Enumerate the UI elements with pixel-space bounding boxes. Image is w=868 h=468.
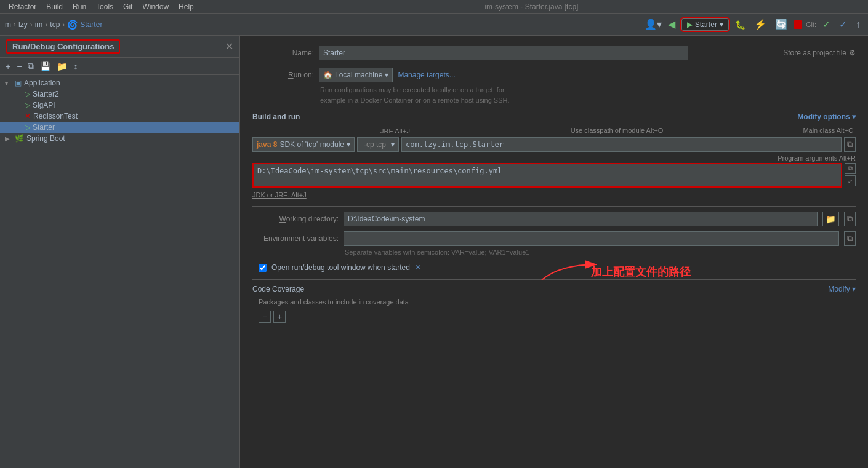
menu-tools[interactable]: Tools xyxy=(91,2,118,11)
minus-coverage-button[interactable]: − xyxy=(259,311,271,323)
tree-item-application[interactable]: ▾ ▣ Application xyxy=(0,77,239,89)
jre-hint-label: JRE Alt+J xyxy=(378,126,412,136)
store-settings-icon[interactable]: ⚙ xyxy=(849,49,856,57)
tree-label-starter: Starter xyxy=(33,123,55,132)
tree-arrow-springboot: ▶ xyxy=(5,135,12,142)
run-on-dropdown[interactable]: 🏠 Local machine ▾ xyxy=(319,68,393,82)
breadcrumb-sep3: › xyxy=(45,20,47,29)
browse-dir-button[interactable]: 📁 xyxy=(822,212,839,226)
back-button[interactable]: ◀ xyxy=(665,17,678,31)
env-input[interactable] xyxy=(344,231,839,246)
coverage-button[interactable]: ⚡ xyxy=(752,17,769,31)
window-title: im-system - Starter.java [tcp] xyxy=(199,2,864,11)
main-class-label: Main class Alt+C xyxy=(800,125,856,135)
breadcrumb-tcp: tcp xyxy=(50,20,60,29)
remove-config-button[interactable]: − xyxy=(15,61,23,72)
program-args-row: ⧉ ⤢ xyxy=(252,163,856,188)
copy-main-class-button[interactable]: ⧉ xyxy=(844,137,856,152)
packages-row: Packages and classes to include in cover… xyxy=(259,298,856,306)
tree-label-application: Application xyxy=(24,79,60,87)
args-btn-group: ⧉ ⤢ xyxy=(845,163,856,186)
tree-label-redissontest: RedissonTest xyxy=(33,112,78,121)
copy-dir-button[interactable]: ⧉ xyxy=(844,212,856,226)
coverage-title-row: Code Coverage Modify ▾ xyxy=(252,285,856,293)
run-on-value: Local machine xyxy=(335,71,382,79)
working-dir-input[interactable] xyxy=(344,212,818,226)
name-input[interactable] xyxy=(319,46,688,60)
menu-run[interactable]: Run xyxy=(68,2,91,11)
tree-item-redissontest[interactable]: ✕ RedissonTest xyxy=(0,111,239,122)
tree-item-starter[interactable]: ▷ Starter xyxy=(0,122,239,133)
menu-bar: Refactor Build Run Tools Git Window Help… xyxy=(0,0,868,14)
env-hint: Separate variables with semicolon: VAR=v… xyxy=(345,248,856,256)
breadcrumb-starter[interactable]: Starter xyxy=(80,20,102,29)
main-class-input[interactable] xyxy=(401,137,842,152)
application-icon: ▣ xyxy=(15,79,22,87)
menu-git[interactable]: Git xyxy=(118,2,137,11)
run-config-icon: ▶ xyxy=(687,20,693,29)
program-args-input[interactable] xyxy=(252,163,842,188)
git-checkmark1[interactable]: ✓ xyxy=(820,17,833,31)
save-config-button[interactable]: 💾 xyxy=(38,61,52,72)
section-divider-1 xyxy=(252,206,856,207)
main-layout: Run/Debug Configurations ✕ + − ⧉ 💾 📁 ↕ ▾… xyxy=(0,36,868,468)
breadcrumb-lzy: lzy xyxy=(18,20,28,29)
tree-container: ▾ ▣ Application ▷ Starter2 ▷ SigAPI ✕ Re… xyxy=(0,75,239,468)
coverage-label: Code Coverage xyxy=(252,285,304,293)
config-panel: Name: Store as project file ⚙ Run on: 🏠 … xyxy=(240,36,868,468)
modify-coverage-link[interactable]: Modify ▾ xyxy=(828,285,856,293)
expand-args-button[interactable]: ⤢ xyxy=(845,175,856,186)
menu-build[interactable]: Build xyxy=(41,2,68,11)
run-config-button[interactable]: ▶ Starter ▾ xyxy=(681,18,729,31)
cp-dropdown[interactable]: -cp tcp ▾ xyxy=(357,137,399,152)
hint-text: Run configurations may be executed local… xyxy=(320,85,856,105)
sdk-dropdown[interactable]: java 8 SDK of 'tcp' module ▾ xyxy=(252,137,355,152)
profile-button[interactable]: 🔄 xyxy=(773,17,790,31)
folder-config-button[interactable]: 📁 xyxy=(55,61,69,72)
run-on-label: Run on: xyxy=(252,71,314,79)
run-on-row: Run on: 🏠 Local machine ▾ Manage targets… xyxy=(252,68,856,82)
sidebar: Run/Debug Configurations ✕ + − ⧉ 💾 📁 ↕ ▾… xyxy=(0,36,240,468)
modify-options-link[interactable]: Modify options ▾ xyxy=(797,113,856,121)
sdk-chevron: ▾ xyxy=(347,140,350,149)
tree-item-starter2[interactable]: ▷ Starter2 xyxy=(0,89,239,100)
menu-help[interactable]: Help xyxy=(174,2,199,11)
add-config-button[interactable]: + xyxy=(4,61,12,72)
plus-coverage-button[interactable]: + xyxy=(273,311,286,323)
breadcrumb-sep1: › xyxy=(14,20,16,29)
redissontest-icon: ✕ xyxy=(25,112,31,121)
close-tag-button[interactable]: ✕ xyxy=(415,263,421,272)
jdk-hint[interactable]: JDK or JRE. Alt+J xyxy=(252,191,856,199)
tree-item-sigapi[interactable]: ▷ SigAPI xyxy=(0,100,239,111)
section-divider-2 xyxy=(252,279,856,280)
breadcrumb: m › lzy › im › tcp › 🌀 Starter xyxy=(5,20,642,30)
copy-config-button[interactable]: ⧉ xyxy=(26,60,36,72)
toolbar-right: 👤▾ ◀ ▶ Starter ▾ 🐛 ⚡ 🔄 Git: ✓ ✓ ↑ xyxy=(645,17,863,31)
store-as-project: Store as project file ⚙ xyxy=(783,49,856,57)
name-row: Name: Store as project file ⚙ xyxy=(252,46,856,60)
menu-window[interactable]: Window xyxy=(137,2,174,11)
springboot-icon: 🌿 xyxy=(15,134,24,143)
stop-button[interactable] xyxy=(794,20,802,29)
env-browse-button[interactable]: ⧉ xyxy=(844,231,856,246)
breadcrumb-sep2: › xyxy=(30,20,33,29)
open-window-checkbox[interactable] xyxy=(259,264,267,272)
git-arrow[interactable]: ↑ xyxy=(853,18,863,31)
dialog-close-button[interactable]: ✕ xyxy=(225,41,233,52)
add-minus-row: − + xyxy=(259,311,856,323)
manage-targets-link[interactable]: Manage targets... xyxy=(398,71,455,79)
tree-item-springboot[interactable]: ▶ 🌿 Spring Boot xyxy=(0,133,239,144)
cp-chevron: ▾ xyxy=(391,140,395,149)
toolbar: m › lzy › im › tcp › 🌀 Starter 👤▾ ◀ ▶ St… xyxy=(0,14,868,36)
use-classpath-label: Use classpath of module Alt+O xyxy=(568,125,666,135)
git-checkmark2[interactable]: ✓ xyxy=(837,17,850,31)
tree-label-springboot: Spring Boot xyxy=(26,134,65,143)
copy-args-button[interactable]: ⧉ xyxy=(845,163,856,174)
name-label: Name: xyxy=(252,49,314,57)
debug-button[interactable]: 🐛 xyxy=(733,18,748,31)
sort-config-button[interactable]: ↕ xyxy=(71,61,79,72)
menu-refactor[interactable]: Refactor xyxy=(4,2,41,11)
person-icon[interactable]: 👤▾ xyxy=(645,18,662,30)
run-config-chevron: ▾ xyxy=(720,20,723,29)
config-toolbar: + − ⧉ 💾 📁 ↕ xyxy=(0,58,239,75)
